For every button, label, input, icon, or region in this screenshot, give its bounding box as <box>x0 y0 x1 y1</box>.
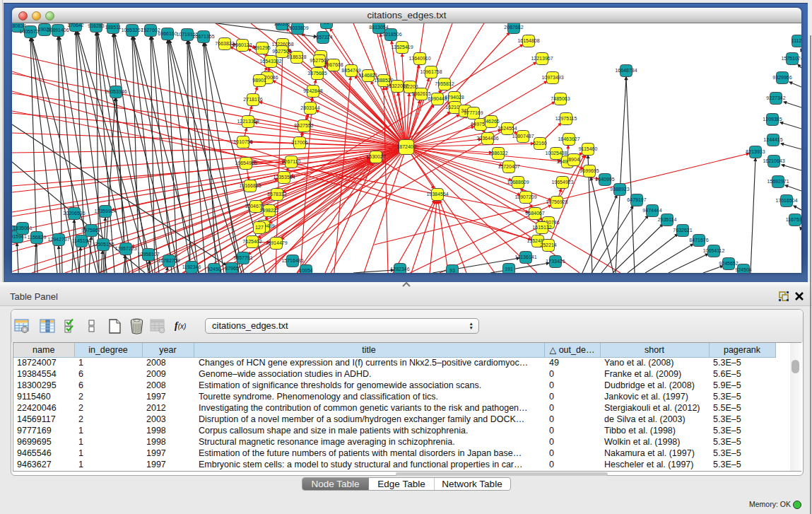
svg-text:8471676: 8471676 <box>689 238 708 243</box>
svg-text:1640995: 1640995 <box>595 177 614 182</box>
svg-text:1145194: 1145194 <box>72 238 91 243</box>
svg-text:2803144: 2803144 <box>300 105 319 110</box>
svg-text:9975867: 9975867 <box>81 228 100 233</box>
svg-text:1209385: 1209385 <box>763 117 782 122</box>
svg-text:12942737: 12942737 <box>47 237 69 242</box>
svg-text:8427552: 8427552 <box>294 123 313 128</box>
svg-text:6794028: 6794028 <box>445 95 464 100</box>
svg-text:15751074: 15751074 <box>781 56 801 61</box>
svg-text:9329966: 9329966 <box>772 75 792 80</box>
svg-text:1498222: 1498222 <box>259 208 278 213</box>
svg-text:16322037: 16322037 <box>386 83 408 88</box>
svg-text:10954: 10954 <box>299 268 313 273</box>
svg-text:11123: 11123 <box>792 38 801 43</box>
svg-text:18463627: 18463627 <box>558 136 579 141</box>
svg-text:16782759: 16782759 <box>158 258 180 263</box>
svg-text:2967608: 2967608 <box>324 62 343 67</box>
svg-text:8904: 8904 <box>568 157 579 162</box>
svg-text:16648784: 16648784 <box>615 68 637 73</box>
svg-text:93: 93 <box>449 268 455 273</box>
svg-text:8454749: 8454749 <box>341 68 360 73</box>
svg-text:20891406: 20891406 <box>47 28 69 33</box>
svg-text:6479197: 6479197 <box>627 197 646 202</box>
svg-text:9474444: 9474444 <box>642 208 661 213</box>
svg-text:19166825: 19166825 <box>239 183 261 188</box>
svg-text:916283: 916283 <box>88 23 104 28</box>
svg-text:10807487: 10807487 <box>512 134 534 139</box>
svg-text:7663822: 7663822 <box>215 41 234 46</box>
svg-text:98901: 98901 <box>252 78 266 83</box>
svg-text:252214: 252214 <box>540 243 556 247</box>
svg-text:217006: 217006 <box>291 140 307 145</box>
svg-text:1282346: 1282346 <box>390 267 409 271</box>
svg-text:20053346: 20053346 <box>105 89 126 94</box>
svg-text:7955812: 7955812 <box>435 81 454 86</box>
svg-text:7625402: 7625402 <box>242 239 261 244</box>
svg-text:15720407: 15720407 <box>498 164 519 169</box>
svg-text:1530027: 1530027 <box>366 154 385 159</box>
svg-text:96: 96 <box>324 23 329 25</box>
svg-text:19654925: 19654925 <box>235 160 257 165</box>
svg-text:6966160: 6966160 <box>158 31 177 36</box>
svg-text:8678332: 8678332 <box>267 192 286 197</box>
svg-text:10973493: 10973493 <box>541 75 563 80</box>
svg-text:1615132: 1615132 <box>532 225 551 230</box>
svg-text:12213967: 12213967 <box>531 56 553 61</box>
svg-text:9388923: 9388923 <box>610 187 629 192</box>
svg-text:19654923: 19654923 <box>551 180 573 185</box>
svg-text:19218506: 19218506 <box>379 32 401 37</box>
svg-text:1388520: 1388520 <box>374 78 393 83</box>
svg-text:9245652: 9245652 <box>719 261 738 266</box>
svg-text:8960123: 8960123 <box>233 42 252 47</box>
svg-text:1835061: 1835061 <box>13 226 32 230</box>
svg-text:17359924: 17359924 <box>94 209 116 214</box>
svg-text:62160: 62160 <box>533 141 547 146</box>
svg-text:20206536: 20206536 <box>63 211 85 216</box>
svg-text:16671355: 16671355 <box>192 34 214 39</box>
svg-text:19384554: 19384554 <box>426 192 448 197</box>
svg-text:1156829: 1156829 <box>28 235 47 240</box>
svg-text:13640910: 13640910 <box>408 56 430 61</box>
svg-text:16033809: 16033809 <box>286 25 308 30</box>
svg-text:746266: 746266 <box>483 119 499 124</box>
svg-text:9527506: 9527506 <box>272 49 291 54</box>
svg-text:9227342: 9227342 <box>766 95 785 100</box>
svg-text:1167533: 1167533 <box>786 217 801 222</box>
svg-text:10025438: 10025438 <box>545 151 567 156</box>
svg-text:7485063: 7485063 <box>551 96 570 101</box>
svg-text:3267110: 3267110 <box>282 159 301 164</box>
svg-text:1733426: 1733426 <box>546 259 565 264</box>
svg-text:16543382: 16543382 <box>259 59 281 64</box>
svg-text:20364436: 20364436 <box>476 136 498 141</box>
svg-text:17957223: 17957223 <box>114 246 136 251</box>
svg-text:16914479: 16914479 <box>265 240 287 245</box>
svg-text:7357224: 7357224 <box>313 35 332 40</box>
svg-text:87965: 87965 <box>225 266 239 271</box>
svg-text:10688609: 10688609 <box>507 180 529 185</box>
svg-text:17016504: 17016504 <box>775 198 797 203</box>
svg-text:12505135: 12505135 <box>92 242 114 247</box>
svg-text:16154808: 16154808 <box>517 38 539 43</box>
svg-text:8213933: 8213933 <box>746 149 765 154</box>
svg-text:2935114: 2935114 <box>658 217 677 222</box>
svg-text:2718176: 2718176 <box>243 97 262 102</box>
svg-text:1244415: 1244415 <box>763 137 782 142</box>
svg-text:9115460: 9115460 <box>579 146 598 151</box>
svg-text:10654112: 10654112 <box>703 248 725 253</box>
svg-text:9699695: 9699695 <box>579 168 599 173</box>
svg-text:891295: 891295 <box>254 45 270 50</box>
svg-text:13525419: 13525419 <box>391 45 413 49</box>
svg-text:15692971: 15692971 <box>767 179 789 184</box>
svg-text:127: 127 <box>255 225 264 230</box>
svg-text:10958107: 10958107 <box>137 252 159 257</box>
svg-text:1362615: 1362615 <box>411 91 430 96</box>
svg-text:19756928: 19756928 <box>546 199 567 204</box>
svg-text:18907209: 18907209 <box>514 194 536 199</box>
svg-text:15716485: 15716485 <box>281 258 303 263</box>
svg-text:1010755: 1010755 <box>233 139 252 144</box>
svg-text:9857791: 9857791 <box>233 255 252 260</box>
svg-text:12353594: 12353594 <box>273 175 295 180</box>
svg-text:16210643: 16210643 <box>763 158 784 163</box>
svg-text:12213369: 12213369 <box>237 119 259 124</box>
svg-text:170642: 170642 <box>67 23 83 28</box>
